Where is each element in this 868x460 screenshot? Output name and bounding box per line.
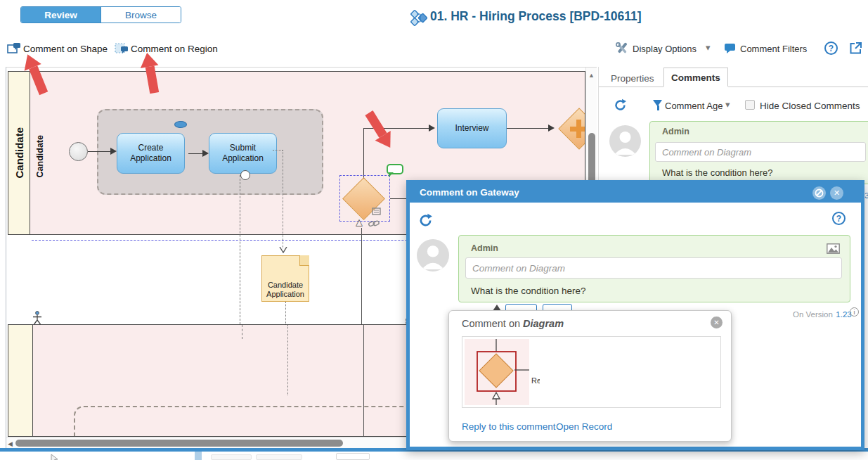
comment-age-dropdown[interactable]: Comment Age [665,101,723,111]
lane-label-wrap: Candidate [35,114,45,198]
chain-link-icon [368,219,380,229]
open-arrowhead [279,247,287,253]
task-create-application[interactable]: Create Application [117,133,185,174]
display-options-caret-icon[interactable]: ▾ [706,42,711,53]
disable-comments-icon[interactable] [812,186,826,200]
actor-icon [32,311,42,325]
popup-title-target: Diagram [523,318,564,329]
flow-arrowhead [429,124,435,132]
lane-label: Candidate [35,135,45,177]
filter-icon [653,100,662,110]
flow-line [363,325,364,437]
association-dotted [273,150,283,151]
association-dotted [287,325,288,395]
popup-title: Comment on Diagram [462,318,564,329]
bottom-partial-box [336,453,370,460]
comment-on-shape-icon [7,43,20,54]
task-label: Interview [455,123,488,134]
pool-label: Candidate [13,127,25,179]
selection-box [339,175,390,222]
link-triangle-marker: △ [356,217,363,227]
avatar [609,125,641,157]
popup-thumbnail[interactable] [465,339,529,405]
popup-title-prefix: Comment on [462,318,523,329]
task-label: Create Application [119,143,183,164]
help-icon[interactable]: ? [832,212,846,225]
bottom-partial-box [256,454,302,460]
list-marker-icon [372,207,381,215]
tab-review[interactable]: Review [21,7,101,23]
refresh-icon[interactable] [614,98,627,112]
ellipse-marker [174,121,187,128]
tab-properties[interactable]: Properties [611,73,654,84]
comment-input[interactable] [465,257,842,279]
comment-on-region-icon [115,43,128,54]
modal-header[interactable]: Comment on Gateway ✕ [410,184,861,203]
thumbnail-partial-label: Re [531,376,540,385]
start-event[interactable] [69,142,88,161]
flow-line [363,128,364,175]
tab-divider [599,87,663,87]
tab-comments[interactable]: Comments [663,68,728,87]
flow-line [507,128,552,129]
boundary-event[interactable] [240,170,250,180]
document-label: Candidate Application [256,281,315,299]
comment-author: Admin [471,243,498,253]
task-submit-application[interactable]: Submit Application [209,133,277,174]
h-scroll-thumb[interactable] [15,440,343,447]
scroll-up-icon[interactable]: ▲ [588,72,595,79]
flow-arrowhead [202,150,209,157]
task-interview[interactable]: Interview [437,108,507,148]
message-flow-dashed [240,175,240,338]
cursor-icon [50,454,59,460]
mode-switch: Review Browse [20,6,181,23]
gateway-plus-icon [576,120,581,138]
process-icon [410,9,427,26]
hide-closed-label: Hide Closed Comments [760,101,860,111]
comment-age-caret-icon[interactable]: ▾ [725,99,730,110]
comment-author: Admin [662,127,689,136]
message-flow-dashed [242,325,242,339]
attach-image-icon[interactable] [827,243,840,254]
popup-thumbnail-frame: Re [462,336,721,408]
flow-arrowhead [548,124,555,132]
document-fold [299,255,309,266]
comment-text: What is the condition here? [471,286,586,296]
association-dotted [283,150,283,248]
avatar [417,239,449,271]
tab-browse[interactable]: Browse [101,7,181,23]
comment-text: What is the condition here? [662,167,773,178]
info-icon[interactable]: i [850,307,859,317]
comment-input[interactable] [655,142,866,162]
scroll-left-icon[interactable]: ◀ [8,440,13,447]
comment-filters-button[interactable]: Comment Filters [740,44,807,54]
comment-bubble-icon[interactable] [387,164,403,174]
flow-arrowhead [110,148,117,155]
hide-closed-checkbox[interactable] [745,100,755,110]
close-icon[interactable]: ✕ [830,186,843,200]
comment-popup: Comment on Diagram ✕ Re Reply to this co… [448,310,732,442]
bottom-strip-accent [195,452,202,460]
page-title: 01. HR - Hiring Process [BPD-10611] [430,9,642,24]
version-label: On Version [793,310,833,319]
comment-filters-icon [724,43,736,54]
popup-close-icon[interactable]: ✕ [711,317,723,328]
pool-header [8,325,33,436]
open-external-icon[interactable] [849,41,862,55]
pool-header: Candidate [8,72,30,234]
display-options-icon [615,41,629,56]
app-window: Review Browse 01. HR - Hiring Process [B… [0,0,868,460]
tab-divider [728,87,868,87]
refresh-icon[interactable] [418,213,433,228]
modal-title: Comment on Gateway [420,187,519,198]
open-record-link[interactable]: Open Record [556,421,612,432]
task-label: Submit Application [211,143,275,164]
display-options-button[interactable]: Display Options [633,44,697,54]
reply-link[interactable]: Reply to this comment [462,421,556,432]
version-row: On Version 1.23 [793,307,852,320]
bottom-partial-box [211,454,252,460]
help-icon[interactable]: ? [824,41,838,55]
